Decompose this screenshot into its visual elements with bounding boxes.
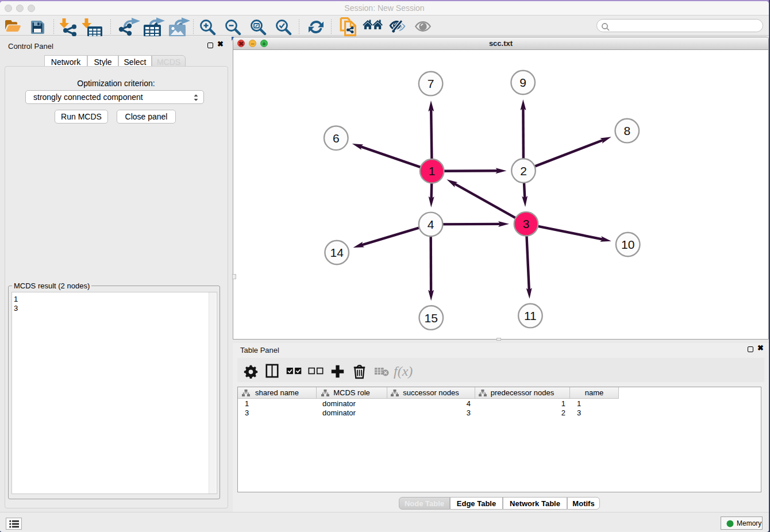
svg-text:6: 6: [333, 132, 340, 145]
svg-text:15: 15: [425, 311, 438, 325]
svg-text:1: 1: [429, 164, 436, 178]
svg-text:14: 14: [330, 246, 344, 259]
svg-text:9: 9: [519, 76, 526, 89]
svg-text:4: 4: [428, 218, 434, 231]
svg-text:10: 10: [621, 238, 634, 251]
svg-text:11: 11: [524, 309, 537, 322]
svg-text:2: 2: [520, 164, 527, 178]
svg-text:3: 3: [523, 217, 530, 230]
svg-text:7: 7: [428, 77, 434, 90]
svg-text:8: 8: [623, 124, 630, 137]
